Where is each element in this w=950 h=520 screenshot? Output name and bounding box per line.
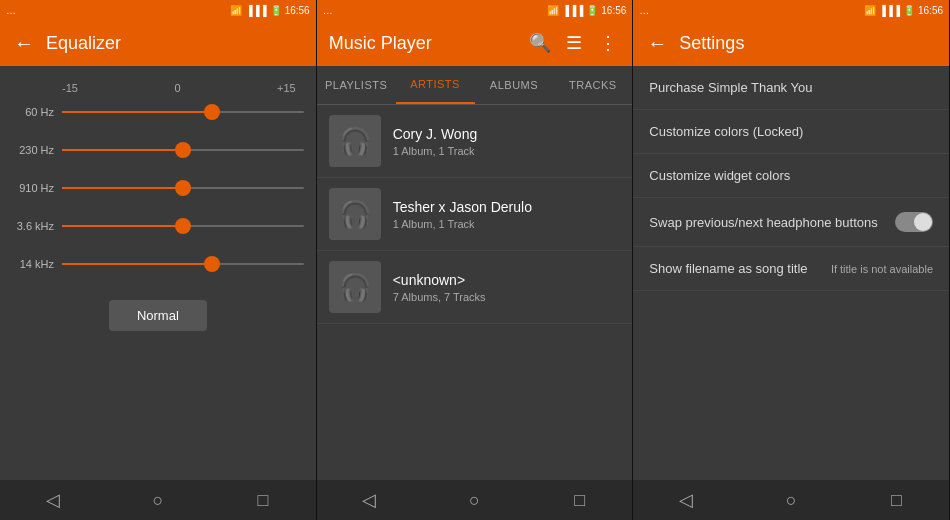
battery-icon-2: 🔋 bbox=[586, 5, 598, 16]
home-nav-2[interactable]: ○ bbox=[455, 480, 495, 520]
eq-thumb-60hz[interactable] bbox=[204, 104, 220, 120]
tab-tracks[interactable]: TRACKS bbox=[553, 66, 632, 104]
nav-bar-3: ◁ ○ □ bbox=[633, 480, 949, 520]
back-nav-3[interactable]: ◁ bbox=[666, 480, 706, 520]
wifi-icon-2: 📶 bbox=[547, 5, 559, 16]
artists-list: 🎧 Cory J. Wong 1 Album, 1 Track 🎧 Tesher… bbox=[317, 105, 633, 480]
eq-row-14khz: 14 kHz bbox=[12, 254, 304, 274]
eq-slider-230hz[interactable] bbox=[62, 140, 304, 160]
clock-1: 16:56 bbox=[285, 5, 310, 16]
status-bar-right-3: 📶 ▐▐▐ 🔋 16:56 bbox=[864, 5, 943, 16]
nav-bar-2: ◁ ○ □ bbox=[317, 480, 633, 520]
eq-thumb-230hz[interactable] bbox=[175, 142, 191, 158]
status-bar-left-3: … bbox=[639, 5, 649, 16]
filter-icon[interactable]: ☰ bbox=[562, 31, 586, 55]
eq-row-36khz: 3.6 kHz bbox=[12, 216, 304, 236]
toggle-headphone-swap[interactable] bbox=[895, 212, 933, 232]
list-item[interactable]: 🎧 <unknown> 7 Albums, 7 Tracks bbox=[317, 251, 633, 324]
tab-albums[interactable]: ALBUMS bbox=[475, 66, 554, 104]
signal-icon: ▐▐▐ bbox=[245, 5, 266, 16]
clock-2: 16:56 bbox=[601, 5, 626, 16]
search-icon[interactable]: 🔍 bbox=[528, 31, 552, 55]
tab-artists[interactable]: ARTISTS bbox=[396, 66, 475, 104]
status-bar-right-1: 📶 ▐▐▐ 🔋 16:56 bbox=[230, 5, 309, 16]
eq-fill-910hz bbox=[62, 187, 183, 189]
notification-dot-2: … bbox=[323, 5, 333, 16]
eq-fill-230hz bbox=[62, 149, 183, 151]
settings-label-purchase: Purchase Simple Thank You bbox=[649, 80, 933, 95]
eq-content: -15 0 +15 60 Hz 230 Hz 910 Hz bbox=[0, 66, 316, 480]
list-item[interactable]: 🎧 Tesher x Jason Derulo 1 Album, 1 Track bbox=[317, 178, 633, 251]
toolbar-1: ← Equalizer bbox=[0, 20, 316, 66]
eq-scale-mid: 0 bbox=[174, 82, 180, 94]
battery-icon-3: 🔋 bbox=[903, 5, 915, 16]
settings-label-filename-song: Show filename as song title bbox=[649, 261, 823, 276]
artist-info-2: Tesher x Jason Derulo 1 Album, 1 Track bbox=[393, 199, 532, 230]
back-button-1[interactable]: ← bbox=[12, 31, 36, 55]
artist-name-2: Tesher x Jason Derulo bbox=[393, 199, 532, 215]
eq-thumb-910hz[interactable] bbox=[175, 180, 191, 196]
headphones-icon-2: 🎧 bbox=[339, 199, 371, 230]
eq-thumb-36khz[interactable] bbox=[175, 218, 191, 234]
eq-scale-max: +15 bbox=[277, 82, 296, 94]
settings-item-widget-colors[interactable]: Customize widget colors bbox=[633, 154, 949, 198]
eq-slider-910hz[interactable] bbox=[62, 178, 304, 198]
preset-button[interactable]: Normal bbox=[109, 300, 207, 331]
list-item[interactable]: 🎧 Cory J. Wong 1 Album, 1 Track bbox=[317, 105, 633, 178]
eq-label-910hz: 910 Hz bbox=[12, 182, 54, 194]
eq-slider-14khz[interactable] bbox=[62, 254, 304, 274]
settings-item-purchase[interactable]: Purchase Simple Thank You bbox=[633, 66, 949, 110]
eq-row-60hz: 60 Hz bbox=[12, 102, 304, 122]
toolbar-2: Music Player 🔍 ☰ ⋮ bbox=[317, 20, 633, 66]
battery-icon: 🔋 bbox=[270, 5, 282, 16]
eq-slider-60hz[interactable] bbox=[62, 102, 304, 122]
settings-label-widget-colors: Customize widget colors bbox=[649, 168, 933, 183]
status-bar-3: … 📶 ▐▐▐ 🔋 16:56 bbox=[633, 0, 949, 20]
settings-item-colors-locked[interactable]: Customize colors (Locked) bbox=[633, 110, 949, 154]
page-title-2: Music Player bbox=[329, 33, 519, 54]
eq-label-36khz: 3.6 kHz bbox=[12, 220, 54, 232]
page-title-1: Equalizer bbox=[46, 33, 304, 54]
eq-fill-36khz bbox=[62, 225, 183, 227]
status-bar-1: … 📶 ▐▐▐ 🔋 16:56 bbox=[0, 0, 316, 20]
toggle-knob bbox=[914, 213, 932, 231]
more-icon[interactable]: ⋮ bbox=[596, 31, 620, 55]
artist-name-1: Cory J. Wong bbox=[393, 126, 478, 142]
back-nav-1[interactable]: ◁ bbox=[33, 480, 73, 520]
artist-meta-2: 1 Album, 1 Track bbox=[393, 218, 532, 230]
recents-nav-3[interactable]: □ bbox=[876, 480, 916, 520]
home-nav-3[interactable]: ○ bbox=[771, 480, 811, 520]
settings-value-filename-song: If title is not available bbox=[831, 263, 933, 275]
headphones-icon: 🎧 bbox=[339, 126, 371, 157]
clock-3: 16:56 bbox=[918, 5, 943, 16]
artist-info-1: Cory J. Wong 1 Album, 1 Track bbox=[393, 126, 478, 157]
settings-item-filename-song[interactable]: Show filename as song title If title is … bbox=[633, 247, 949, 291]
nav-bar-1: ◁ ○ □ bbox=[0, 480, 316, 520]
eq-fill-60hz bbox=[62, 111, 212, 113]
artist-meta-1: 1 Album, 1 Track bbox=[393, 145, 478, 157]
avatar: 🎧 bbox=[329, 261, 381, 313]
avatar: 🎧 bbox=[329, 115, 381, 167]
artist-meta-3: 7 Albums, 7 Tracks bbox=[393, 291, 486, 303]
back-button-3[interactable]: ← bbox=[645, 31, 669, 55]
artist-name-3: <unknown> bbox=[393, 272, 486, 288]
eq-row-230hz: 230 Hz bbox=[12, 140, 304, 160]
settings-panel: … 📶 ▐▐▐ 🔋 16:56 ← Settings Purchase Simp… bbox=[633, 0, 950, 520]
recents-nav-2[interactable]: □ bbox=[560, 480, 600, 520]
eq-label-60hz: 60 Hz bbox=[12, 106, 54, 118]
eq-row-910hz: 910 Hz bbox=[12, 178, 304, 198]
settings-item-headphone-swap[interactable]: Swap previous/next headphone buttons bbox=[633, 198, 949, 247]
tab-playlists[interactable]: PLAYLISTS bbox=[317, 66, 396, 104]
eq-slider-36khz[interactable] bbox=[62, 216, 304, 236]
back-nav-2[interactable]: ◁ bbox=[349, 480, 389, 520]
recents-nav-1[interactable]: □ bbox=[243, 480, 283, 520]
settings-label-headphone-swap: Swap previous/next headphone buttons bbox=[649, 215, 895, 230]
page-title-3: Settings bbox=[679, 33, 937, 54]
eq-scale-min: -15 bbox=[62, 82, 78, 94]
status-bar-left-2: … bbox=[323, 5, 333, 16]
eq-thumb-14khz[interactable] bbox=[204, 256, 220, 272]
status-bar-2: … 📶 ▐▐▐ 🔋 16:56 bbox=[317, 0, 633, 20]
avatar: 🎧 bbox=[329, 188, 381, 240]
eq-label-230hz: 230 Hz bbox=[12, 144, 54, 156]
home-nav-1[interactable]: ○ bbox=[138, 480, 178, 520]
